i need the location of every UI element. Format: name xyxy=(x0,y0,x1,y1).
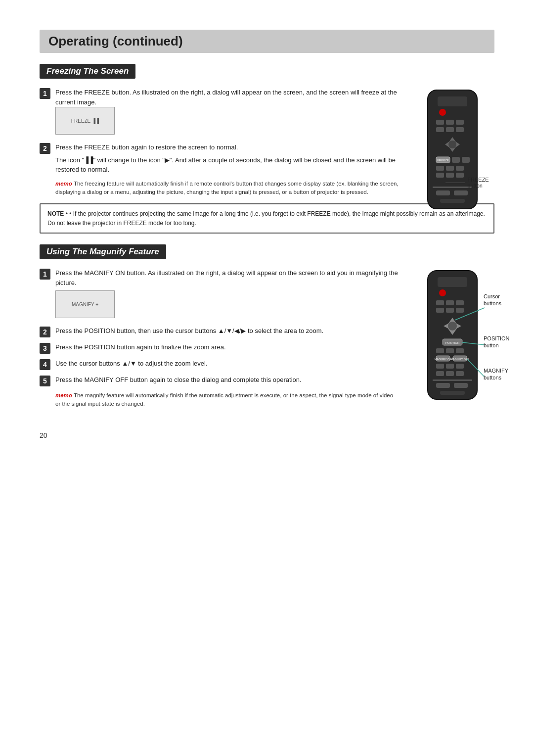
freeze-step-1-num: 1 xyxy=(40,88,50,99)
magnify-section-title-banner: Using The Magunify Feature xyxy=(40,244,166,259)
magnify-step-5-content: Press the MAGNIFY OFF button again to cl… xyxy=(55,375,399,385)
magnify-step-2-num: 2 xyxy=(40,327,50,337)
magnify-step-4-num: 4 xyxy=(40,359,50,370)
svg-rect-27 xyxy=(440,199,465,203)
freeze-remote-svg: FREEZE xyxy=(415,88,490,226)
freeze-step-1-content: Press the FREEZE button. As illustrated … xyxy=(55,88,399,138)
magnify-step-1: 1 Press the MAGNIFY ON button. As illust… xyxy=(40,268,399,321)
magnify-steps-col: 1 Press the MAGNIFY ON button. As illust… xyxy=(40,268,399,409)
freeze-section-title: Freezing The Screen xyxy=(46,66,129,76)
svg-rect-4 xyxy=(446,120,454,125)
magnify-magnify-callout: MAGNIFY buttons xyxy=(484,367,508,381)
magnify-step-1-num: 1 xyxy=(40,269,50,280)
freeze-memo: memo The freezing feature will automatic… xyxy=(55,180,399,197)
svg-rect-6 xyxy=(436,127,444,132)
svg-rect-53 xyxy=(456,364,464,369)
svg-text:MAGNIFY ON: MAGNIFY ON xyxy=(435,358,452,361)
freeze-dialog-illustration: FREEZE ▐▐ xyxy=(55,107,115,135)
magnify-memo-label: memo xyxy=(55,392,72,398)
svg-rect-20 xyxy=(456,166,464,171)
svg-rect-16 xyxy=(452,157,460,163)
svg-point-41 xyxy=(448,322,457,331)
svg-rect-59 xyxy=(454,383,468,388)
magnify-section-layout: 1 Press the MAGNIFY ON button. As illust… xyxy=(40,268,494,417)
magnify-step-2-content: Press the POSITION button, then use the … xyxy=(55,326,399,336)
magnify-step-2: 2 Press the POSITION button, then use th… xyxy=(40,326,399,337)
svg-point-13 xyxy=(448,141,456,148)
magnify-step-5-num: 5 xyxy=(40,376,50,386)
magnify-step-1-content: Press the MAGNIFY ON button. As illustra… xyxy=(55,268,399,321)
svg-rect-60 xyxy=(440,391,465,395)
freeze-step-2-line2: The icon "▐▐" will change to the icon "▶… xyxy=(55,155,399,175)
page-title: Operating (continued) xyxy=(48,34,486,49)
svg-rect-45 xyxy=(446,348,454,353)
magnify-section: Using The Magunify Feature 1 Press the M… xyxy=(40,244,494,417)
svg-rect-36 xyxy=(456,308,464,313)
svg-rect-56 xyxy=(456,371,464,376)
svg-rect-21 xyxy=(436,173,444,178)
svg-rect-34 xyxy=(436,308,444,313)
svg-point-30 xyxy=(439,289,446,296)
magnify-memo-text: The magnify feature will automatically f… xyxy=(55,392,393,407)
freeze-section: Freezing The Screen 1 Press the FREEZE b… xyxy=(40,64,494,234)
magnify-step-3: 3 Press the POSITION button again to fin… xyxy=(40,342,399,354)
svg-rect-7 xyxy=(446,127,454,132)
freeze-section-layout: 1 Press the FREEZE button. As illustrate… xyxy=(40,88,494,196)
svg-rect-29 xyxy=(438,277,467,287)
freeze-step-2-line1: Press the FREEZE button again to restore… xyxy=(55,142,399,152)
svg-text:MAGNIFY OFF: MAGNIFY OFF xyxy=(450,358,469,361)
magnify-section-title: Using The Magunify Feature xyxy=(46,247,159,256)
freeze-step-2: 2 Press the FREEZE button again to resto… xyxy=(40,142,399,175)
svg-rect-18 xyxy=(436,166,444,171)
magnify-position-callout: POSITION button xyxy=(484,335,510,349)
freeze-memo-label: memo xyxy=(55,181,72,187)
svg-rect-52 xyxy=(446,364,454,369)
svg-rect-51 xyxy=(436,364,444,369)
svg-rect-1 xyxy=(438,96,467,106)
svg-rect-25 xyxy=(436,190,450,195)
magnify-dialog-illustration: MAGNIFY + xyxy=(55,290,115,318)
freeze-steps-col: 1 Press the FREEZE button. As illustrate… xyxy=(40,88,399,196)
magnify-remote-svg: POSITION MAGNIFY ON MAGNIFY OFF xyxy=(415,268,490,417)
svg-rect-31 xyxy=(436,300,444,305)
freeze-dialog-label: FREEZE ▐▐ xyxy=(71,117,99,125)
magnify-dialog-label: MAGNIFY + xyxy=(72,301,98,308)
freeze-memo-text: The freezing feature will automatically … xyxy=(55,181,399,195)
svg-rect-58 xyxy=(436,383,450,388)
svg-rect-35 xyxy=(446,308,454,313)
magnify-step-5: 5 Press the MAGNIFY OFF button again to … xyxy=(40,375,399,386)
svg-rect-33 xyxy=(456,300,464,305)
svg-rect-55 xyxy=(446,371,454,376)
svg-text:POSITION: POSITION xyxy=(445,341,460,344)
svg-rect-5 xyxy=(456,120,464,125)
magnify-step-4-content: Use the cursor buttons ▲/▼ to adjust the… xyxy=(55,359,399,369)
freeze-step-2-content: Press the FREEZE button again to restore… xyxy=(55,142,399,175)
freeze-section-title-banner: Freezing The Screen xyxy=(40,64,135,79)
freeze-note-label: NOTE xyxy=(47,210,64,217)
svg-rect-8 xyxy=(456,127,464,132)
svg-rect-26 xyxy=(454,190,468,195)
magnify-step-3-content: Press the POSITION button again to final… xyxy=(55,342,399,352)
magnify-cursor-callout: Cursor buttons xyxy=(484,293,501,307)
svg-rect-57 xyxy=(433,379,472,381)
magnify-remote-area: POSITION MAGNIFY ON MAGNIFY OFF xyxy=(410,268,494,417)
svg-point-2 xyxy=(439,109,446,116)
freeze-step-1: 1 Press the FREEZE button. As illustrate… xyxy=(40,88,399,138)
freeze-callout: FREEZE button xyxy=(445,177,489,189)
magnify-step-3-num: 3 xyxy=(40,343,50,354)
magnify-memo: memo The magnify feature will automatica… xyxy=(55,391,399,409)
svg-rect-3 xyxy=(436,120,444,125)
svg-rect-46 xyxy=(456,348,464,353)
freeze-callout-label: FREEZE button xyxy=(467,177,489,189)
magnify-step-4: 4 Use the cursor buttons ▲/▼ to adjust t… xyxy=(40,359,399,370)
freeze-step-2-num: 2 xyxy=(40,143,50,154)
svg-rect-17 xyxy=(462,157,470,163)
page-header: Operating (continued) xyxy=(40,30,494,53)
svg-rect-54 xyxy=(436,371,444,376)
svg-rect-44 xyxy=(436,348,444,353)
freeze-remote-area: FREEZE xyxy=(410,88,494,189)
svg-rect-32 xyxy=(446,300,454,305)
page-number: 20 xyxy=(40,431,494,439)
svg-text:FREEZE: FREEZE xyxy=(437,159,449,162)
svg-rect-19 xyxy=(446,166,454,171)
